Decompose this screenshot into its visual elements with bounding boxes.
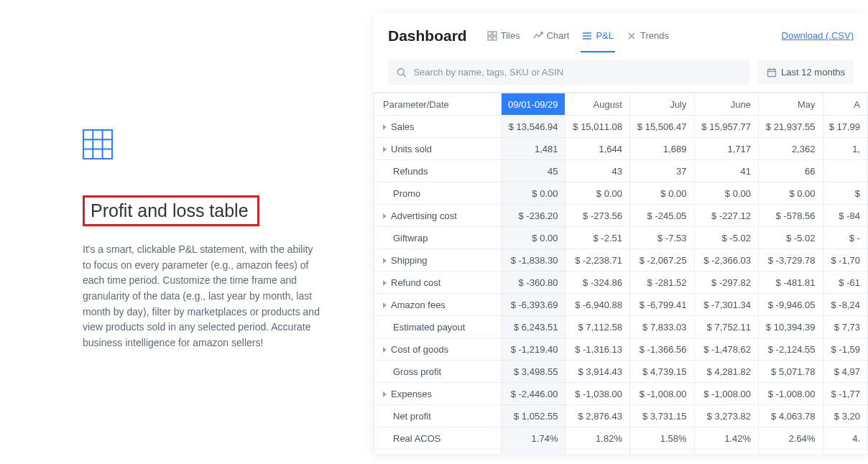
expand-caret-icon[interactable]	[383, 347, 387, 353]
table-cell: $ -2,366.03	[694, 249, 759, 272]
svg-rect-7	[488, 37, 491, 40]
table-cell: $ -273.56	[565, 205, 630, 227]
table-row[interactable]: Real ACOS1.74%1.82%1.58%1.42%2.64%4.	[374, 427, 868, 450]
table-cell: $ -1,219.40	[501, 338, 565, 361]
table-cell: $ 4,97	[823, 361, 867, 383]
table-cell: 1,	[823, 138, 867, 160]
table-cell: $ -61	[823, 272, 867, 294]
table-cell: $ 7,752.11	[694, 316, 759, 338]
svg-line-13	[403, 74, 405, 76]
row-label[interactable]: Amazon fees	[374, 294, 502, 316]
search-box[interactable]	[388, 60, 749, 85]
table-row[interactable]: Sales$ 13,546.94$ 15,011.08$ 15,506.47$ …	[374, 116, 868, 138]
row-label[interactable]: Net profit	[374, 405, 502, 427]
download-csv-link[interactable]: Download (.CSV)	[782, 30, 854, 41]
expand-caret-icon[interactable]	[383, 124, 387, 130]
table-cell: $ -8,24	[823, 294, 867, 316]
row-label[interactable]: Shipping	[374, 249, 502, 272]
table-cell: 45	[501, 160, 565, 182]
table-row[interactable]: Units sold1,4811,6441,6891,7172,3621,	[374, 138, 868, 160]
column-header-date[interactable]: A	[823, 93, 867, 116]
table-row[interactable]: % Refunds3.04%2.62%2.19%2.39%2.79%4.	[374, 450, 868, 455]
row-label[interactable]: Advertising cost	[374, 205, 502, 227]
table-cell: $ 15,506.47	[629, 116, 694, 138]
table-cell: $ -297.82	[694, 272, 759, 294]
row-label[interactable]: Units sold	[374, 138, 502, 160]
table-cell: $ -2,124.55	[759, 338, 823, 361]
row-label[interactable]: Cost of goods	[374, 338, 502, 361]
expand-caret-icon[interactable]	[383, 258, 387, 264]
table-cell: $ 4,739.15	[629, 361, 694, 383]
tab-pl-label: P&L	[596, 30, 614, 41]
table-row[interactable]: Shipping$ -1,838.30$ -2,238.71$ -2,067.2…	[374, 249, 868, 272]
search-icon	[397, 68, 406, 78]
table-cell: 2.79%	[759, 450, 823, 455]
tab-chart[interactable]: Chart	[533, 24, 570, 47]
expand-caret-icon[interactable]	[383, 213, 387, 219]
column-header-date[interactable]: June	[694, 93, 759, 116]
column-header-date[interactable]: July	[629, 93, 694, 116]
table-row[interactable]: Advertising cost$ -236.20$ -273.56$ -245…	[374, 205, 868, 227]
list-icon	[582, 31, 592, 41]
expand-caret-icon[interactable]	[383, 391, 387, 397]
column-header-date[interactable]: 09/01-09/29	[501, 93, 565, 116]
row-label[interactable]: Gross profit	[374, 361, 502, 383]
table-cell: $ 17,99	[823, 116, 867, 138]
table-cell: $ 0.00	[501, 182, 565, 205]
row-label[interactable]: % Refunds	[374, 450, 502, 455]
row-label[interactable]: Sales	[374, 116, 502, 138]
table-cell: $ -84	[823, 205, 867, 227]
svg-rect-6	[493, 32, 497, 35]
table-cell: $ -245.05	[629, 205, 694, 227]
expand-caret-icon[interactable]	[383, 147, 387, 152]
tab-trends-label: Trends	[640, 30, 669, 41]
row-label[interactable]: Expenses	[374, 383, 502, 405]
table-row[interactable]: Promo$ 0.00$ 0.00$ 0.00$ 0.00$ 0.00$	[374, 182, 868, 205]
expand-caret-icon[interactable]	[383, 280, 387, 286]
column-header-date[interactable]: August	[565, 93, 630, 116]
calendar-icon	[767, 68, 777, 78]
tab-trends[interactable]: Trends	[627, 24, 669, 47]
table-cell: $ -	[823, 227, 867, 249]
table-cell: 2,362	[759, 138, 823, 160]
table-row[interactable]: Gross profit$ 3,498.55$ 3,914.43$ 4,739.…	[374, 361, 868, 383]
table-cell: $ -6,940.88	[565, 294, 630, 316]
row-label[interactable]: Estimated payout	[374, 316, 502, 338]
table-row[interactable]: Refunds4543374166	[374, 160, 868, 182]
feature-title: Profit and loss table	[91, 200, 249, 221]
table-cell: 2.64%	[759, 427, 823, 450]
row-label[interactable]: Giftwrap	[374, 227, 502, 249]
table-cell: $ -1,59	[823, 338, 867, 361]
row-label[interactable]: Promo	[374, 182, 502, 205]
table-cell: 1.74%	[501, 427, 565, 450]
chart-icon	[533, 31, 543, 41]
table-cell: 1.82%	[565, 427, 630, 450]
column-header-date[interactable]: May	[759, 93, 823, 116]
row-label[interactable]: Refund cost	[374, 272, 502, 294]
table-row[interactable]: Expenses$ -2,446.00$ -1,038.00$ -1,008.0…	[374, 383, 868, 405]
tab-pl[interactable]: P&L	[582, 24, 614, 47]
date-range-filter[interactable]: Last 12 months	[758, 60, 854, 84]
table-cell: $ -7,301.34	[694, 294, 759, 316]
table-cell: $ -1,838.30	[501, 249, 565, 272]
tiles-icon	[487, 31, 497, 41]
table-row[interactable]: Estimated payout$ 6,243.51$ 7,112.58$ 7,…	[374, 316, 868, 338]
table-row[interactable]: Amazon fees$ -6,393.69$ -6,940.88$ -6,79…	[374, 294, 868, 316]
expand-caret-icon[interactable]	[383, 302, 387, 308]
table-row[interactable]: Net profit$ 1,052.55$ 2,876.43$ 3,731.15…	[374, 405, 868, 427]
table-cell: $ -227.12	[694, 205, 759, 227]
table-cell: $ 7,73	[823, 316, 867, 338]
table-cell: 2.19%	[629, 450, 694, 455]
table-cell: $ 3,273.82	[694, 405, 759, 427]
pl-table: Parameter/Date09/01-09/29AugustJulyJuneM…	[374, 93, 868, 454]
table-row[interactable]: Cost of goods$ -1,219.40$ -1,316.13$ -1,…	[374, 338, 868, 361]
table-cell: 1,689	[629, 138, 694, 160]
table-row[interactable]: Refund cost$ -360.80$ -324.86$ -281.52$ …	[374, 272, 868, 294]
table-cell: $ 3,20	[823, 405, 867, 427]
search-input[interactable]	[412, 66, 741, 78]
row-label[interactable]: Real ACOS	[374, 427, 502, 450]
table-row[interactable]: Giftwrap$ 0.00$ -2.51$ -7.53$ -5.02$ -5.…	[374, 227, 868, 249]
table-cell: $ -1,008.00	[759, 383, 823, 405]
tab-tiles[interactable]: Tiles	[487, 24, 520, 47]
row-label[interactable]: Refunds	[374, 160, 502, 182]
